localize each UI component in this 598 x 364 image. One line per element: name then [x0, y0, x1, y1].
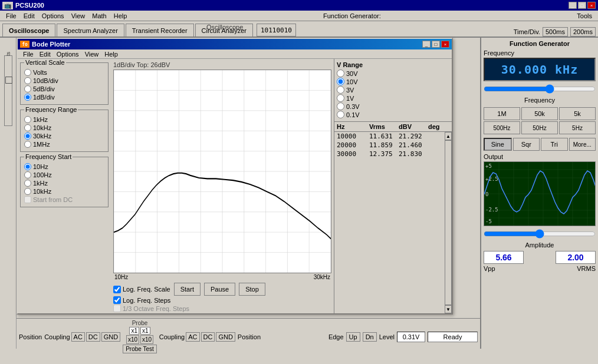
fr-10khz[interactable]: 10kHz — [24, 124, 104, 131]
probe-x10-btn-2[interactable]: x10 — [140, 335, 153, 344]
fg-btn-50hz[interactable]: 50Hz — [521, 121, 558, 134]
table-row: 30000 12.375 21.830 — [334, 150, 445, 158]
bode-minimize[interactable]: _ — [422, 41, 431, 48]
fr-30khz[interactable]: 30kHz — [24, 133, 104, 140]
bode-plotter-window: fo Bode Plotter _ □ × File Edit Options … — [17, 38, 453, 315]
bode-title-bar: fo Bode Plotter _ □ × — [18, 39, 452, 49]
col-vrms: Vrms — [369, 123, 399, 130]
fr-1khz[interactable]: 1kHz — [24, 116, 104, 123]
vertical-slider[interactable] — [4, 55, 12, 126]
vs-1db[interactable]: 1dB/div — [24, 94, 104, 101]
row1-hz: 10000 — [337, 133, 369, 140]
fg-freq-slider-container[interactable] — [484, 84, 596, 95]
vs-volts[interactable]: Volts — [24, 69, 104, 76]
log-freq-steps-checkbox[interactable]: Log. Freq. Steps — [113, 296, 170, 304]
v-range-section: V Range 30V 10V 3V 1V 0.3V 0.1V — [334, 59, 452, 122]
bottom-status-bar: Position Coupling AC DC GND Probe x1 x1 … — [17, 318, 480, 349]
fg-btn-more[interactable]: More... — [569, 138, 596, 151]
bode-menu-bar: File Edit Options View Help — [18, 49, 452, 59]
fg-values-row: 5.66 2.00 — [484, 251, 596, 264]
vs-5db[interactable]: 5dB/div — [24, 85, 104, 92]
fs-10khz[interactable]: 10kHz — [24, 188, 104, 195]
maximize-button[interactable]: □ — [578, 2, 586, 9]
scroll-down-btn[interactable]: ▼ — [445, 305, 452, 313]
coupling2-gnd-btn[interactable]: GND — [216, 332, 235, 342]
fg-btn-sqr[interactable]: Sqr — [513, 138, 540, 151]
probe-test-btn[interactable]: Probe Test — [123, 345, 157, 353]
fr-1mhz[interactable]: 1MHz — [24, 141, 104, 148]
tab-transient[interactable]: Transient Recorder — [126, 24, 194, 37]
window-controls[interactable]: _ □ × — [569, 2, 596, 9]
menu-help[interactable]: Help — [110, 12, 131, 20]
close-button[interactable]: × — [587, 2, 596, 9]
coupling2-dc-btn[interactable]: DC — [201, 332, 215, 342]
bode-menu-help[interactable]: Help — [101, 51, 121, 58]
fg-btn-5hz[interactable]: 5Hz — [559, 121, 596, 134]
bode-plot-svg — [114, 70, 331, 273]
vr-10v[interactable]: 10V — [337, 78, 449, 85]
fg-vpp-unit: Vpp — [484, 265, 495, 272]
fs-10hz[interactable]: 10Hz — [24, 163, 104, 170]
fs-start-dc[interactable]: Start from DC — [24, 196, 104, 203]
vr-30v[interactable]: 30V — [337, 70, 449, 77]
log-freq-scale-checkbox[interactable]: Log. Freq. Scale — [113, 286, 170, 293]
vr-0.1v[interactable]: 0.1V — [337, 111, 449, 118]
fg-btn-1m[interactable]: 1M — [484, 107, 520, 120]
probe-x1-2: x1 — [140, 327, 150, 335]
tab-spectrum[interactable]: Spectrum Analyzer — [57, 24, 124, 37]
bode-maximize[interactable]: □ — [432, 41, 440, 48]
time-div-200ms[interactable]: 200ms — [570, 27, 596, 37]
row1-vrms: 11.631 — [369, 133, 399, 140]
menu-tools[interactable]: Tools — [573, 12, 596, 20]
vr-1v[interactable]: 1V — [337, 94, 449, 102]
bode-menu-options[interactable]: Options — [54, 51, 82, 58]
menu-view[interactable]: View — [68, 12, 89, 20]
coupling1-gnd-btn[interactable]: GND — [101, 332, 120, 342]
up-btn[interactable]: Up — [346, 332, 360, 342]
vr-0.3v[interactable]: 0.3V — [337, 102, 449, 110]
tab-oscilloscope[interactable]: Oscilloscope — [2, 24, 55, 37]
bode-menu-view[interactable]: View — [82, 51, 102, 58]
menu-edit[interactable]: Edit — [20, 12, 38, 20]
octave-steps-checkbox[interactable]: 1/3 Octave Freq. Steps — [113, 305, 189, 312]
bode-menu-file[interactable]: File — [20, 51, 37, 58]
probe-x1-1: x1 — [129, 327, 139, 335]
fg-btn-500hz[interactable]: 500Hz — [484, 121, 520, 134]
bode-close[interactable]: × — [441, 41, 449, 48]
vr-3v[interactable]: 3V — [337, 86, 449, 94]
probe-btns-row[interactable]: x10 x10 — [126, 335, 153, 344]
vs-10db[interactable]: 10dB/div — [24, 77, 104, 84]
probe-x10-btn-1[interactable]: x10 — [126, 335, 139, 344]
fg-btn-50k[interactable]: 50k — [521, 107, 558, 120]
menu-options[interactable]: Options — [38, 12, 68, 20]
scroll-up-btn[interactable]: ▲ — [445, 132, 452, 140]
table-scrollbar[interactable]: ▲ ▼ — [445, 132, 452, 313]
menu-file[interactable]: File — [2, 12, 20, 20]
table-scroll-area[interactable]: 10000 11.631 21.292 20000 11.859 21.460 — [334, 132, 445, 313]
start-button[interactable]: Start — [174, 283, 201, 296]
dn-btn[interactable]: Dn — [363, 332, 377, 342]
time-div-500ms[interactable]: 500ms — [543, 27, 568, 37]
frequency-range-group: Frequency Range 1kHz 10kHz 30kHz 1MHz — [20, 110, 109, 152]
fs-100hz[interactable]: 100Hz — [24, 171, 104, 178]
bode-menu-edit[interactable]: Edit — [37, 51, 54, 58]
minimize-button[interactable]: _ — [569, 2, 577, 9]
fg-output-display: +5 +2.5 0 -2.5 -5 — [484, 161, 596, 226]
fs-1khz[interactable]: 1kHz — [24, 180, 104, 187]
coupling1-dc-btn[interactable]: DC — [86, 332, 100, 342]
menu-math[interactable]: Math — [88, 12, 110, 20]
fg-amplitude-slider-container[interactable] — [484, 229, 596, 240]
fg-btn-5k[interactable]: 5k — [559, 107, 596, 120]
bode-window-controls[interactable]: _ □ × — [422, 41, 449, 48]
coupling1-ac-btn[interactable]: AC — [71, 332, 85, 342]
fg-btn-sine[interactable]: Sine — [484, 138, 512, 151]
fg-frequency-slider[interactable] — [484, 85, 596, 93]
fg-vrms-unit: VRMS — [577, 265, 596, 272]
fg-frequency-display: 30.000 kHz — [484, 58, 596, 81]
fg-btn-tri[interactable]: Tri — [541, 138, 568, 151]
fg-amplitude-slider[interactable] — [484, 230, 596, 238]
coupling2-ac-btn[interactable]: AC — [186, 332, 199, 342]
col-deg: deg — [428, 123, 446, 130]
stop-button[interactable]: Stop — [239, 283, 265, 296]
pause-button[interactable]: Pause — [204, 283, 235, 296]
